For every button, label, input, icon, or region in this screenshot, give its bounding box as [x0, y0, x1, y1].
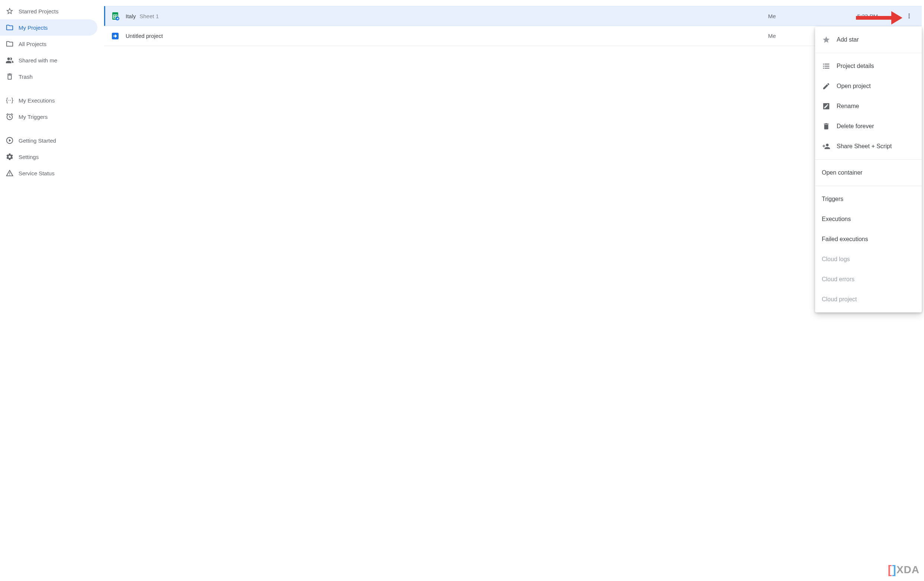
row-actions — [878, 10, 915, 22]
time-label: 5:23 PM — [811, 13, 878, 19]
trash-icon — [5, 72, 14, 81]
sidebar: Starred ProjectsMy ProjectsAll ProjectsS… — [0, 0, 104, 581]
menu-item-label: Executions — [822, 216, 851, 222]
pencil-icon — [822, 82, 831, 91]
project-sub: Sheet 1 — [140, 13, 159, 19]
more-options-button[interactable] — [903, 10, 915, 22]
people-icon — [5, 56, 14, 65]
person-add-icon — [822, 142, 831, 151]
menu-item-delete-forever[interactable]: Delete forever — [815, 116, 922, 137]
menu-item-triggers[interactable]: Triggers — [815, 189, 922, 209]
list-icon — [822, 62, 831, 71]
sidebar-item-label: All Projects — [18, 41, 46, 47]
menu-item-cloud-project: Cloud project — [815, 290, 922, 309]
menu-item-label: Cloud logs — [822, 256, 850, 263]
sidebar-item-label: My Triggers — [18, 114, 48, 120]
xda-watermark: []XDA — [888, 563, 919, 576]
menu-item-label: Open container — [822, 170, 862, 176]
menu-item-label: Project details — [837, 63, 874, 69]
warning-icon — [5, 169, 14, 178]
sidebar-item-all-projects[interactable]: All Projects — [0, 36, 97, 52]
sidebar-item-trash[interactable]: Trash — [0, 68, 97, 85]
menu-item-label: Share Sheet + Script — [837, 143, 892, 150]
owner-label: Me — [733, 33, 811, 39]
clock-icon — [5, 112, 14, 121]
menu-divider — [815, 53, 922, 53]
folder-outline-icon — [5, 40, 14, 48]
sidebar-item-label: Settings — [18, 154, 39, 160]
menu-item-label: Add star — [837, 36, 859, 43]
menu-item-share-sheet-script[interactable]: Share Sheet + Script — [815, 137, 922, 156]
menu-item-add-star[interactable]: Add star — [815, 30, 922, 50]
menu-item-rename[interactable]: Rename — [815, 96, 922, 116]
sidebar-item-label: Shared with me — [18, 57, 57, 64]
sidebar-item-label: Trash — [18, 74, 33, 80]
sidebar-item-shared[interactable]: Shared with me — [0, 52, 97, 68]
sidebar-item-my-projects[interactable]: My Projects — [0, 19, 97, 36]
menu-item-label: Open project — [837, 83, 871, 89]
menu-item-label: Failed executions — [822, 236, 868, 243]
delete-icon — [822, 122, 831, 131]
sidebar-item-label: Service Status — [18, 170, 54, 176]
menu-item-cloud-errors: Cloud errors — [815, 269, 922, 290]
menu-item-failed-executions[interactable]: Failed executions — [815, 229, 922, 249]
sidebar-item-label: My Projects — [18, 25, 48, 31]
play-icon — [5, 136, 14, 145]
sidebar-item-service-status[interactable]: Service Status — [0, 165, 97, 181]
rename-icon — [822, 102, 831, 111]
sidebar-item-label: My Executions — [18, 97, 55, 104]
sidebar-item-label: Starred Projects — [18, 8, 59, 15]
gear-icon — [5, 152, 14, 161]
menu-divider — [815, 186, 922, 186]
menu-item-label: Triggers — [822, 196, 843, 202]
menu-divider — [815, 160, 922, 160]
project-name: Italy — [125, 13, 136, 19]
sidebar-item-settings[interactable]: Settings — [0, 148, 97, 165]
menu-item-executions[interactable]: Executions — [815, 209, 922, 229]
main-content: ItalySheet 1Me5:23 PMUntitled projectMe4… — [104, 0, 924, 581]
star-fill-icon — [822, 35, 831, 44]
executions-icon: {··} — [5, 96, 14, 105]
context-menu: Add starProject detailsOpen projectRenam… — [815, 27, 922, 313]
menu-item-open-project[interactable]: Open project — [815, 76, 922, 96]
script-icon — [111, 31, 120, 41]
sheets-icon — [111, 12, 120, 20]
sidebar-item-triggers[interactable]: My Triggers — [0, 109, 97, 125]
sidebar-item-getting-started[interactable]: Getting Started — [0, 132, 97, 148]
menu-item-label: Rename — [837, 103, 859, 110]
project-row[interactable]: ItalySheet 1Me5:23 PM — [104, 6, 922, 26]
menu-item-label: Delete forever — [837, 123, 874, 130]
project-name: Untitled project — [125, 33, 163, 39]
menu-item-label: Cloud project — [822, 296, 857, 303]
project-list: ItalySheet 1Me5:23 PMUntitled projectMe4… — [104, 6, 922, 46]
star-icon — [5, 7, 14, 16]
folder-icon — [5, 23, 14, 32]
svg-text:{··}: {··} — [6, 97, 14, 103]
sidebar-item-starred[interactable]: Starred Projects — [0, 3, 97, 19]
owner-label: Me — [733, 13, 811, 19]
menu-item-cloud-logs: Cloud logs — [815, 249, 922, 269]
project-row[interactable]: Untitled projectMe4:44 — [104, 26, 922, 46]
menu-item-project-details[interactable]: Project details — [815, 56, 922, 76]
sidebar-item-label: Getting Started — [18, 137, 56, 144]
sidebar-item-executions[interactable]: {··}My Executions — [0, 92, 97, 109]
menu-item-open-container[interactable]: Open container — [815, 163, 922, 183]
menu-item-label: Cloud errors — [822, 276, 855, 283]
